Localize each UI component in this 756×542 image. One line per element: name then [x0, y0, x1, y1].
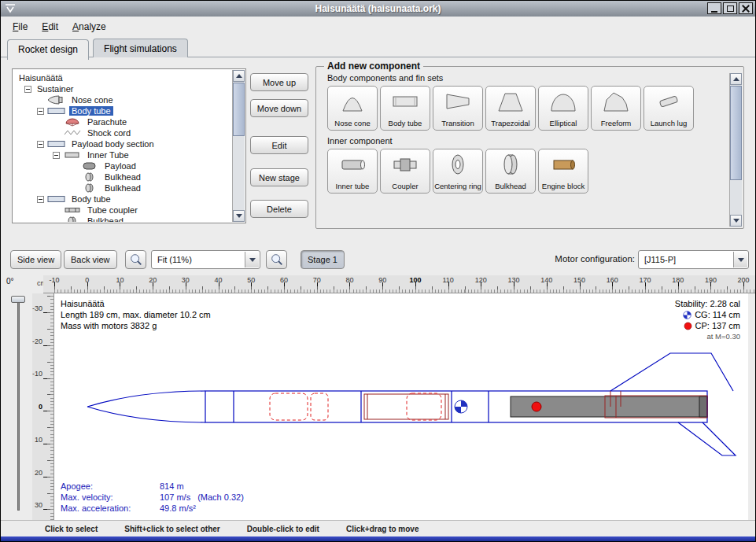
tree-item-shock-cord[interactable]: Shock cord: [13, 127, 232, 138]
titlebar[interactable]: Haisunäätä (haisunaata.ork): [1, 1, 755, 17]
inner-tube-icon: [337, 153, 368, 176]
zoom-out-button[interactable]: [266, 250, 287, 269]
tab-flight-simulations[interactable]: Flight simulations: [93, 39, 188, 57]
apogee-label: Apogee:: [61, 481, 160, 492]
scroll-down-button[interactable]: [233, 210, 245, 222]
stage-1-toggle[interactable]: Stage 1: [301, 250, 345, 269]
cp-icon: [684, 322, 692, 330]
collapse-icon[interactable]: [24, 86, 31, 93]
hint-double-click: Double-click to edit: [247, 525, 319, 533]
add-trapezoidal-fin-button[interactable]: Trapezoidal: [485, 86, 536, 131]
tree-item-body-tube-2[interactable]: Body tube: [13, 194, 232, 205]
body-tube-icon: [47, 194, 66, 204]
move-down-button[interactable]: Move down: [250, 99, 308, 117]
add-transition-button[interactable]: Transition: [433, 86, 483, 131]
cg-icon: [683, 311, 691, 319]
tab-bar: Rocket design Flight simulations: [1, 36, 755, 57]
add-inner-tube-button[interactable]: Inner tube: [327, 149, 378, 194]
scroll-up-button[interactable]: [233, 70, 245, 82]
h-ruler-label: 0: [85, 276, 89, 284]
h-ruler-label: 150: [573, 276, 585, 284]
maximize-button[interactable]: [723, 2, 737, 14]
h-ruler-label: 70: [313, 276, 321, 284]
rotation-slider-thumb[interactable]: [11, 296, 25, 303]
tree-item-nose-cone[interactable]: Nose cone: [13, 94, 232, 105]
minimize-button[interactable]: [707, 2, 721, 14]
inner-components-label: Inner component: [327, 136, 737, 146]
add-bulkhead-button[interactable]: Bulkhead: [485, 149, 536, 194]
add-elliptical-fin-button[interactable]: Elliptical: [538, 86, 588, 131]
scroll-down-button[interactable]: [730, 215, 742, 227]
scroll-up-button[interactable]: [730, 73, 742, 85]
scrollbar-thumb[interactable]: [730, 86, 742, 180]
tree-item-bulkhead[interactable]: Bulkhead: [13, 183, 232, 194]
menu-file[interactable]: File: [6, 18, 35, 35]
add-centering-ring-button[interactable]: Centering ring: [433, 149, 483, 194]
arrow-up-icon: [733, 77, 739, 81]
tree-item-body-tube[interactable]: Body tube: [13, 105, 232, 116]
h-ruler-label: 30: [182, 276, 190, 284]
add-engine-block-button[interactable]: Engine block: [538, 149, 588, 194]
chevron-down-icon: [249, 258, 256, 262]
coupler-icon: [389, 153, 421, 176]
delete-button[interactable]: Delete: [250, 200, 308, 218]
close-button[interactable]: [739, 2, 753, 14]
add-nose-cone-button[interactable]: Nose cone: [327, 86, 378, 131]
max-velocity-label: Max. velocity:: [61, 492, 160, 503]
rocket-canvas[interactable]: Haisunäätä Length 189 cm, max. diameter …: [54, 293, 748, 520]
freeform-fin-icon: [600, 90, 632, 113]
bulkhead-icon: [80, 183, 99, 193]
v-ruler: -30-20-100102030: [32, 293, 54, 520]
zoom-in-button[interactable]: [125, 250, 146, 269]
tree-item-payload-body-section[interactable]: Payload body section: [13, 138, 232, 149]
stability-info: Stability: 2.28 cal CG: 114 cm CP: 137 c…: [675, 298, 740, 342]
scrollbar-thumb[interactable]: [233, 83, 245, 136]
menu-edit[interactable]: Edit: [35, 18, 65, 35]
rotation-slider[interactable]: [17, 300, 20, 511]
back-view-button[interactable]: Back view: [64, 250, 117, 269]
add-component-panel: Add new component Body components and fi…: [315, 61, 744, 229]
new-stage-button[interactable]: New stage: [250, 168, 308, 186]
app-window: Haisunäätä (haisunaata.ork) File Edit An…: [0, 0, 756, 542]
tree-item-rocket[interactable]: Haisunäätä: [13, 72, 232, 83]
body-tube-icon: [47, 106, 66, 116]
collapse-icon[interactable]: [37, 108, 44, 115]
add-freeform-fin-button[interactable]: Freeform: [591, 86, 641, 131]
edit-button[interactable]: Edit: [250, 136, 308, 154]
move-up-button[interactable]: Move up: [250, 73, 308, 91]
v-ruler-label: -20: [32, 337, 42, 345]
collapse-icon[interactable]: [53, 152, 60, 159]
maximize-icon: [727, 6, 734, 12]
collapse-icon[interactable]: [37, 196, 44, 203]
zoom-select[interactable]: Fit (11%): [151, 250, 260, 269]
tree-item-payload[interactable]: Payload: [13, 160, 232, 171]
h-ruler-label: 190: [705, 276, 717, 284]
component-panel-scrollbar[interactable]: [729, 73, 742, 227]
v-ruler-label: -10: [32, 370, 42, 378]
tree-item-bulkhead[interactable]: Bulkhead: [13, 171, 232, 183]
side-view-button[interactable]: Side view: [10, 250, 61, 269]
inner-tube-icon: [63, 150, 82, 160]
cp-value: CP: 137 cm: [695, 320, 740, 331]
add-coupler-button[interactable]: Coupler: [380, 149, 430, 194]
tree-item-tube-coupler[interactable]: Tube coupler: [13, 205, 232, 216]
tree-item-sustainer[interactable]: Sustainer: [13, 83, 232, 94]
add-body-tube-button[interactable]: Body tube: [380, 86, 430, 131]
add-launch-lug-button[interactable]: Launch lug: [644, 86, 694, 131]
h-ruler-label: 20: [149, 276, 157, 284]
minimize-icon: [711, 11, 717, 13]
add-component-title: Add new component: [324, 61, 423, 72]
tree-item-bulkhead[interactable]: Bulkhead: [13, 216, 232, 222]
hint-click-drag: Click+drag to move: [346, 525, 419, 533]
collapse-icon[interactable]: [37, 141, 44, 148]
menu-analyze[interactable]: Analyze: [65, 18, 113, 35]
tab-rocket-design[interactable]: Rocket design: [7, 39, 89, 60]
tree-scrollbar[interactable]: [232, 70, 245, 222]
motor-configuration-select[interactable]: [J115-P]: [638, 250, 749, 269]
bottom-strip: [1, 536, 755, 542]
flight-stats: Apogee: 814 m Max. velocity: 107 m/s (Ma…: [61, 481, 244, 514]
tree-item-inner-tube[interactable]: Inner Tube: [13, 149, 232, 160]
hint-shift-click: Shift+click to select other: [124, 525, 219, 533]
component-tree: Haisunäätä Sustainer Nose cone Body tube…: [13, 70, 232, 222]
tree-item-parachute[interactable]: Parachute: [13, 116, 232, 127]
